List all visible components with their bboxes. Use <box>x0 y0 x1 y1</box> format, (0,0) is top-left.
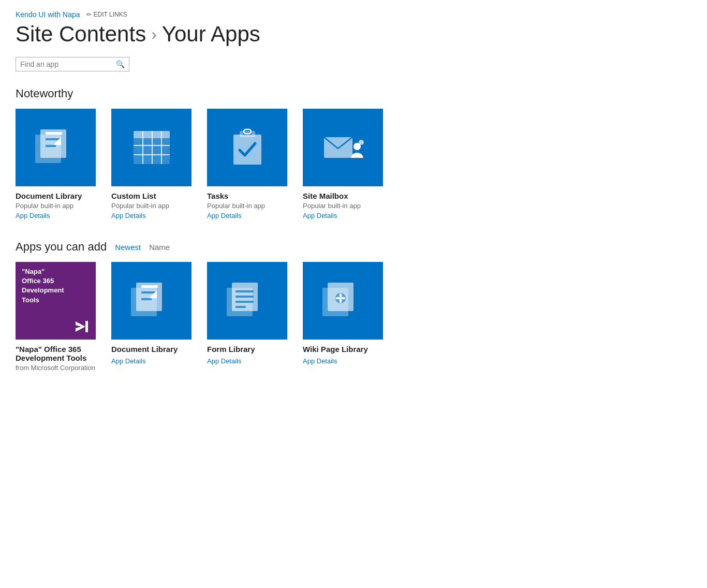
svg-rect-29 <box>235 296 254 298</box>
app-icon-form-library[interactable] <box>207 262 287 340</box>
pencil-icon: ✏ <box>86 11 92 18</box>
app-item-document-library: Document Library Popular built-in app Ap… <box>16 109 96 219</box>
svg-rect-24 <box>141 291 156 293</box>
app-details-link-custom-list[interactable]: App Details <box>111 212 192 219</box>
app-icon-add-document-library[interactable] <box>111 262 192 340</box>
search-bar[interactable]: 🔍 <box>16 57 129 71</box>
svg-rect-28 <box>235 290 254 292</box>
app-details-link-site-mailbox[interactable]: App Details <box>303 212 383 219</box>
napa-icon-text: "Napa"Office 365DevelopmentTools <box>22 267 64 305</box>
noteworthy-apps-grid: Document Library Popular built-in app Ap… <box>16 109 691 219</box>
app-name-document-library: Document Library <box>16 192 96 200</box>
app-item-form-library: Form Library App Details <box>207 262 287 374</box>
svg-rect-30 <box>235 301 254 303</box>
svg-rect-23 <box>141 285 158 288</box>
app-item-tasks: Tasks Popular built-in app App Details <box>207 109 287 219</box>
app-details-link-wiki-page-library[interactable]: App Details <box>303 357 383 365</box>
app-name-site-mailbox: Site Mailbox <box>303 192 383 200</box>
svg-point-18 <box>359 140 364 145</box>
app-desc-napa: from Microsoft Corporation <box>16 364 96 372</box>
noteworthy-title: Noteworthy <box>16 87 691 100</box>
filter-name[interactable]: Name <box>149 243 170 252</box>
edit-links-label: EDIT LINKS <box>94 11 127 18</box>
noteworthy-section: Noteworthy Document Library Popular buil… <box>16 87 691 219</box>
site-link[interactable]: Kendo UI with Napa <box>16 10 80 19</box>
app-details-link-tasks[interactable]: App Details <box>207 212 287 219</box>
svg-rect-3 <box>46 138 60 140</box>
app-icon-napa[interactable]: "Napa"Office 365DevelopmentTools <box>16 262 96 340</box>
app-item-add-document-library: Document Library App Details <box>111 262 192 374</box>
app-details-link-add-document-library[interactable]: App Details <box>111 357 192 365</box>
app-icon-wiki-page-library[interactable] <box>303 262 383 340</box>
app-details-link-document-library[interactable]: App Details <box>16 212 96 219</box>
search-icon: 🔍 <box>116 60 125 68</box>
page-title-part2: Your Apps <box>162 22 260 47</box>
svg-rect-12 <box>233 135 261 165</box>
svg-rect-4 <box>46 145 56 147</box>
apps-you-can-add-title: Apps you can add <box>16 240 107 254</box>
page-title: Site Contents › Your Apps <box>16 22 691 47</box>
app-item-wiki-page-library: Wiki Page Library App Details <box>303 262 383 374</box>
app-name-custom-list: Custom List <box>111 192 192 200</box>
app-icon-custom-list[interactable] <box>111 109 192 186</box>
app-item-napa: "Napa"Office 365DevelopmentTools "Napa" … <box>16 262 96 374</box>
edit-links[interactable]: ✏ EDIT LINKS <box>86 11 127 18</box>
app-details-link-form-library[interactable]: App Details <box>207 357 287 365</box>
breadcrumb-chevron: › <box>151 25 157 44</box>
svg-marker-19 <box>76 321 85 332</box>
apps-you-can-add-header: Apps you can add Newest Name <box>16 240 691 254</box>
app-item-custom-list: Custom List Popular built-in app App Det… <box>111 109 192 219</box>
app-desc-document-library: Popular built-in app <box>16 202 96 210</box>
app-item-site-mailbox: Site Mailbox Popular built-in app App De… <box>303 109 383 219</box>
app-name-form-library: Form Library <box>207 345 287 354</box>
top-nav: Kendo UI with Napa ✏ EDIT LINKS <box>16 10 691 19</box>
svg-rect-25 <box>141 298 152 300</box>
app-desc-site-mailbox: Popular built-in app <box>303 202 383 210</box>
app-icon-document-library[interactable] <box>16 109 96 186</box>
add-apps-grid: "Napa"Office 365DevelopmentTools "Napa" … <box>16 262 691 374</box>
app-desc-tasks: Popular built-in app <box>207 202 287 210</box>
app-icon-tasks[interactable] <box>207 109 287 186</box>
app-icon-site-mailbox[interactable] <box>303 109 383 186</box>
app-name-napa: "Napa" Office 365Development Tools <box>16 345 96 362</box>
svg-rect-2 <box>46 132 62 135</box>
app-desc-custom-list: Popular built-in app <box>111 202 192 210</box>
svg-rect-20 <box>85 321 88 332</box>
svg-rect-31 <box>235 306 246 308</box>
app-name-tasks: Tasks <box>207 192 287 200</box>
apps-you-can-add-section: Apps you can add Newest Name "Napa"Offic… <box>16 240 691 374</box>
app-name-add-document-library: Document Library <box>111 345 192 354</box>
filter-newest[interactable]: Newest <box>115 243 141 252</box>
app-name-wiki-page-library: Wiki Page Library <box>303 345 383 354</box>
page-title-part1: Site Contents <box>16 22 146 47</box>
search-input[interactable] <box>20 60 116 68</box>
